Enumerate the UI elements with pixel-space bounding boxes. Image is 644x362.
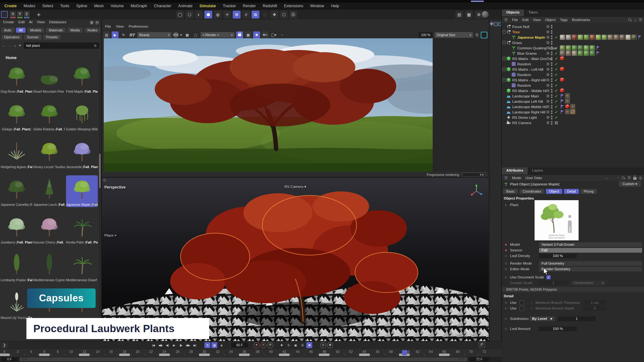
key-parameter-button[interactable]: ☰ — [299, 342, 305, 348]
magnet-tool-icon[interactable]: ⚙ — [233, 11, 241, 19]
render-view-button[interactable]: ▤ — [455, 11, 463, 19]
filter-icon[interactable]: ☰ — [628, 176, 631, 180]
material-swatch[interactable] — [608, 35, 613, 40]
asset-scrollbar-thumb[interactable] — [99, 154, 101, 188]
leaf-density-field[interactable]: 100 % — [539, 254, 577, 258]
expand-toggle[interactable]: − — [502, 68, 506, 71]
material-swatch[interactable] — [590, 51, 595, 56]
shading-texture-icon[interactable]: ◍ — [214, 11, 222, 19]
axis-z-button[interactable]: Z — [24, 11, 30, 18]
object-row-rs-matrix-right-hill[interactable]: −RS Matrix - Right Hill✓ — [502, 77, 644, 83]
asset-item-japanese-maple[interactable]: Japanese Maple (Fall, ... — [66, 175, 98, 207]
filter-auto[interactable]: Auto — [1, 28, 14, 33]
asset-item-dog-rose[interactable]: Dog-Rose (Fall, Plant) — [1, 62, 32, 94]
menu-mograph[interactable]: MoGraph — [130, 4, 147, 8]
enabled-check-icon[interactable]: ✓ — [555, 62, 558, 66]
divider[interactable] — [101, 19, 102, 341]
object-row-blue-grama[interactable]: Blue Grama✓ — [502, 51, 644, 56]
menu-modes[interactable]: Modes — [24, 4, 36, 8]
key-position-button[interactable]: ✚ — [279, 342, 285, 348]
sound-button[interactable]: ◂) — [218, 342, 224, 348]
bucket-grid-icon[interactable]: ▦ — [245, 31, 252, 38]
filter-icon[interactable]: ☰ — [639, 18, 642, 22]
layer-chip[interactable] — [547, 79, 549, 81]
tab-layers[interactable]: Layers — [528, 167, 547, 174]
solo-off-button[interactable]: ◎ — [320, 342, 326, 348]
character-tools-icon[interactable]: ✛ — [223, 11, 231, 19]
rs-tag-icon[interactable] — [560, 88, 564, 93]
asset-item-mediterranean-dwarf[interactable]: Mediterranean Dwarf ... — [66, 251, 98, 282]
enabled-check-icon[interactable]: ✓ — [555, 115, 558, 120]
use-min-branch-checkbox[interactable] — [519, 300, 524, 305]
rt-toggle[interactable]: RT — [130, 33, 135, 37]
filter-nodes[interactable]: Nodes — [85, 28, 100, 33]
object-row-common-quaking-grass[interactable]: Common Quaking Grass✓ — [502, 45, 644, 51]
material-swatch[interactable] — [584, 35, 589, 40]
shading-gouraud-icon[interactable]: ◯ — [176, 11, 184, 19]
key-rotation-button[interactable]: ↻ — [286, 342, 291, 348]
object-row-random[interactable]: Random✓ — [502, 61, 644, 67]
keyframe-marker[interactable] — [159, 354, 170, 356]
asset-item-field-maple[interactable]: Field Maple (Fall, Plant) — [66, 62, 98, 94]
asset-item-golden-weeping-willo[interactable]: Golden Weeping Willo... — [66, 100, 98, 132]
menu-create[interactable]: Create — [4, 4, 17, 8]
add-spline-tool[interactable]: ▢ — [494, 21, 498, 26]
asset-item-honey-locust-sunbur[interactable]: Honey Locust 'Sunbur... — [33, 138, 65, 169]
render-button[interactable]: ▦ — [465, 11, 473, 19]
motion-system-icon[interactable]: ↱ — [478, 341, 486, 348]
range-end-field[interactable]: 72 F — [469, 357, 489, 361]
om-menu-file[interactable]: File — [512, 18, 518, 22]
restart-render-icon[interactable]: ↻ — [120, 31, 127, 38]
layer-chip[interactable] — [547, 25, 549, 28]
keyframe-marker[interactable] — [79, 354, 90, 356]
material-swatch[interactable] — [602, 35, 607, 40]
subdivision-field[interactable]: 1 — [558, 316, 596, 321]
asset-item-kentia-palm[interactable]: Kentia Palm (Fall, Plant) — [66, 213, 98, 245]
goto-end-button[interactable]: ▶| — [192, 342, 198, 348]
asset-item-ginkgo[interactable]: Ginkgo (Fall, Plant) — [1, 100, 32, 132]
goto-start-button[interactable]: |◀ — [150, 342, 156, 348]
record-keyframe-button[interactable]: ● — [253, 342, 259, 348]
material-swatch[interactable] — [584, 51, 589, 56]
enabled-check-icon[interactable]: ✓ — [555, 35, 558, 40]
asset-item-lombardy-poplar[interactable]: Lombardy Poplar (Fall... — [1, 251, 32, 282]
keyframe-marker[interactable] — [199, 354, 210, 356]
play-button[interactable]: ▶ — [171, 342, 177, 348]
preset-select[interactable]: Custom ▾ — [619, 181, 641, 187]
flag-tag-icon[interactable] — [560, 93, 564, 99]
object-row-rs-matrix-left-hill[interactable]: −RS Matrix - Left Hill✓ — [502, 67, 644, 72]
layer-chip[interactable] — [547, 121, 549, 124]
custom-scale-unit-select[interactable]: Centimeters▾ — [571, 281, 606, 285]
panel-menu-icon[interactable]: ☰ — [504, 18, 508, 22]
home-icon[interactable]: ⌂ — [14, 43, 16, 48]
visibility-dots[interactable] — [551, 68, 552, 71]
next-key-button[interactable]: ◆▶ — [185, 342, 191, 348]
object-row-landscape-left-hill[interactable]: Landscape Left Hill✓ — [502, 99, 644, 104]
object-row-rs-camera[interactable]: RS Camera⊡ — [502, 120, 644, 125]
save-image-icon[interactable]: ▥ — [103, 31, 110, 38]
object-row-landscape-right-hill[interactable]: Landscape Right Hill✓ — [502, 109, 644, 115]
enabled-check-icon[interactable]: ✓ — [555, 99, 558, 104]
visibility-dots[interactable] — [551, 116, 552, 119]
attr-tab-basic[interactable]: Basic — [503, 189, 518, 194]
om-menu-object[interactable]: Object — [545, 18, 555, 22]
flag-tag-icon[interactable] — [560, 99, 564, 104]
expand-toggle[interactable]: − — [502, 57, 506, 60]
asset-item-dwarf-mountain-pine[interactable]: Dwarf Mountain Pine (... — [33, 62, 65, 94]
forward-icon[interactable]: → — [8, 43, 12, 48]
shading-solid-icon[interactable]: ⬢ — [204, 11, 212, 19]
object-row-japanese-maple[interactable]: Japanese Maple✓ — [502, 35, 644, 40]
divider[interactable] — [102, 177, 489, 178]
max-branch-field[interactable]: 3 — [583, 306, 607, 311]
layer-chip[interactable] — [547, 68, 549, 71]
asset-item-hedgehog-agave[interactable]: Hedgehog Agave (Fall... — [1, 138, 32, 169]
keyframe-marker[interactable] — [119, 354, 130, 356]
range-bar[interactable]: 0 F72 F — [19, 357, 467, 361]
viewport-menu-icon[interactable]: ▤ — [103, 178, 106, 182]
keyframe-marker[interactable] — [0, 354, 10, 356]
attr-tab-object[interactable]: Object — [546, 189, 562, 194]
filter-all[interactable]: All — [16, 28, 25, 33]
layer-chip[interactable] — [547, 116, 549, 119]
filter-operators[interactable]: Operators — [1, 35, 22, 40]
asset-item-jacaranda[interactable]: Jacaranda (Fall, Plant) — [66, 138, 98, 169]
